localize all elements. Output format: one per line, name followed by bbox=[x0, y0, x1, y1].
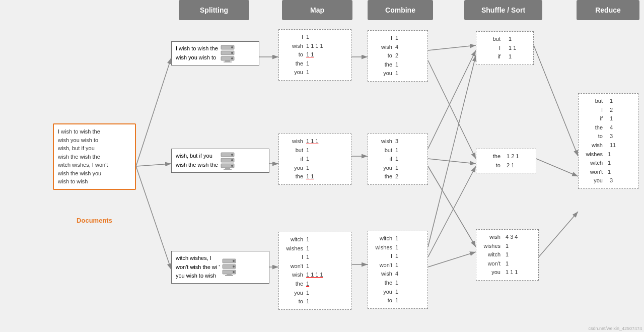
svg-rect-23 bbox=[225, 275, 233, 276]
svg-line-36 bbox=[428, 60, 476, 159]
svg-point-4 bbox=[231, 52, 233, 54]
svg-line-39 bbox=[428, 166, 476, 247]
combine-box-3: witch1 wishes1 I1 won't1 wish4 the1 you1… bbox=[368, 231, 428, 309]
server-icon-1 bbox=[220, 44, 235, 62]
watermark: csdn.net/weixin_42507474 bbox=[588, 326, 642, 331]
shuffle-box-1: but1 I1 1 if1 bbox=[476, 31, 534, 65]
combine-header: Combine bbox=[368, 0, 433, 20]
svg-rect-7 bbox=[224, 61, 232, 62]
splitting-header: Splitting bbox=[179, 0, 249, 20]
split-box-2: wish, but if you wish the wish the bbox=[171, 149, 269, 173]
svg-line-27 bbox=[136, 164, 171, 166]
map-box-3: witch1 wishes1 I1 won't1 wish1 1 1 1 the… bbox=[278, 232, 351, 310]
svg-rect-15 bbox=[224, 169, 232, 170]
map-box-1: I1 wish1 1 1 1 to1 1 the1 you1 bbox=[278, 29, 351, 81]
svg-point-20 bbox=[233, 265, 235, 268]
svg-point-12 bbox=[231, 159, 233, 161]
svg-line-26 bbox=[136, 58, 171, 166]
svg-point-11 bbox=[231, 154, 233, 156]
shuffle-box-3: wish4 3 4 wishes1 witch1 won't1 you1 1 1 bbox=[476, 229, 539, 281]
combine-box-2: wish3 but1 if1 you1 the2 bbox=[368, 134, 428, 185]
svg-point-5 bbox=[231, 57, 233, 59]
map-box-2: wish1 1 1 but1 if1 you1 the1 1 bbox=[278, 134, 351, 185]
server-icon-2 bbox=[220, 152, 235, 170]
svg-point-19 bbox=[233, 260, 235, 262]
map-header: Map bbox=[282, 0, 352, 20]
shuffle-header: Shuffle / Sort bbox=[464, 0, 542, 20]
main-document: I wish to wish the wish you wish to wish… bbox=[53, 123, 136, 190]
combine-box-1: I1 wish4 to2 the1 you1 bbox=[368, 30, 428, 82]
svg-point-3 bbox=[231, 46, 233, 48]
svg-line-45 bbox=[539, 212, 578, 257]
svg-line-41 bbox=[428, 166, 476, 257]
svg-line-42 bbox=[428, 252, 476, 267]
documents-label: Documents bbox=[65, 217, 123, 224]
svg-line-40 bbox=[428, 55, 476, 247]
svg-point-13 bbox=[231, 165, 233, 167]
svg-line-35 bbox=[428, 45, 476, 50]
svg-line-28 bbox=[136, 166, 171, 270]
svg-point-21 bbox=[233, 271, 235, 273]
svg-line-44 bbox=[536, 159, 578, 176]
svg-line-38 bbox=[428, 159, 476, 164]
svg-line-43 bbox=[534, 45, 578, 156]
shuffle-box-2: the1 2 1 to2 1 bbox=[476, 149, 536, 173]
split-box-3: witch wishes, I won't wish the wi ' you … bbox=[171, 251, 269, 284]
split-box-1: I wish to wish the wish you wish to bbox=[171, 41, 259, 65]
reduce-box: but1 I2 if1 the4 to3 wish11 wishes1 witc… bbox=[578, 93, 638, 189]
reduce-header: Reduce bbox=[577, 0, 639, 20]
server-icon-3 bbox=[222, 258, 237, 276]
svg-line-37 bbox=[428, 50, 476, 149]
